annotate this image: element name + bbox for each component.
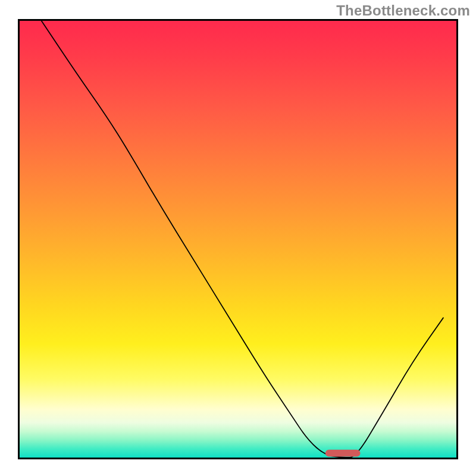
bottleneck-curve: [20, 21, 456, 458]
chart-area: [20, 21, 456, 458]
chart-frame: [18, 19, 458, 459]
watermark-text: TheBottleneck.com: [336, 2, 470, 19]
bottleneck-line: [42, 21, 443, 458]
optimum-marker: [325, 450, 361, 457]
